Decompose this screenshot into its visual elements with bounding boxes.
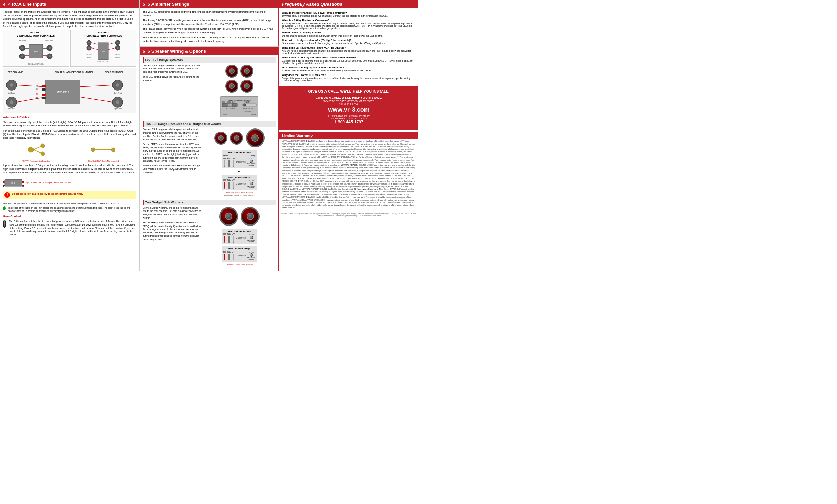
- give-us-call-box: GIVE US A CALL, WE'LL HELP YOU INSTALL. …: [279, 86, 418, 130]
- hpf-track: [224, 160, 225, 167]
- svg-text:Right Rear: Right Rear: [114, 108, 122, 110]
- svg-point-70: [30, 149, 32, 151]
- crossover-label-1: CROSSOVER: [236, 161, 246, 163]
- faq-title: Frequently Asked Questions: [279, 0, 418, 8]
- adaptors-text3: If your stereo does not have RCA type ou…: [3, 164, 136, 175]
- warning-icon: !: [4, 192, 10, 198]
- rear-knob-range: 0 +12db: [249, 180, 254, 182]
- adaptors-title: Adaptors & Cables: [3, 115, 136, 120]
- section1-intro: The line inputs on the front of the ampl…: [3, 10, 136, 28]
- faq-a2: A 3 Way Electronic Crossover divides the…: [282, 22, 415, 29]
- fig1-cable-label: Shielded RCA Cable: [4, 63, 68, 65]
- bridged-rear-title: Rear Channel Settings: [223, 247, 256, 250]
- svg-text:Right Channel: Right Channel: [45, 40, 53, 41]
- shielded-cable-svg: [91, 141, 115, 158]
- svg-text:0   +12db: 0 +12db: [244, 101, 250, 103]
- rear-full-label: FULL: [227, 179, 231, 181]
- two-bridged-visual: Front Channel Settings HPF FULL: [203, 206, 276, 266]
- figures-container: FIGURE 1 2 CHANNELS INTO 4 CHANNELS AMP: [3, 30, 136, 67]
- svg-text:AMP: AMP: [34, 50, 38, 52]
- bass-boost-knob: [250, 160, 253, 163]
- svg-rect-64: [42, 97, 46, 99]
- info-text: For Information and Technical Assistance…: [282, 115, 415, 117]
- high-low-svg: H→L: [3, 176, 24, 190]
- svg-text:LR: LR: [36, 88, 39, 90]
- b-lpf-label: LPF: [232, 233, 235, 235]
- four-full-range-section: Four Full Range Speakers Connect 4 full …: [143, 57, 276, 119]
- bridged-rear-switches: HPF FULL LPF: [223, 251, 256, 261]
- sub-woofer: [246, 128, 265, 147]
- section3-title: 6 6 Speaker Wiring & Options: [140, 47, 278, 55]
- two-bridged-text2: Set the FREQ. when the crossover is set …: [143, 221, 202, 241]
- gain-icon: [3, 220, 6, 228]
- full-track: [228, 160, 230, 167]
- svg-text:Right Rear: Right Rear: [115, 57, 120, 58]
- rca-y-visual: RCA "Y" Adaptors Not Included: [3, 141, 69, 162]
- svg-point-81: [113, 149, 114, 150]
- rear-settings-panel: Rear Channel Settings HPF FULL: [222, 175, 257, 191]
- faq-q1: What is the per channel RMS power of thi…: [282, 11, 415, 14]
- four-full-text: Connect 4 full range speakers to the amp…: [143, 64, 202, 119]
- hpf-slider: HPF: [223, 158, 226, 167]
- b-full: FULL: [227, 233, 231, 243]
- section3-heading: 6 Speaker Wiring & Options: [148, 49, 206, 54]
- two-bridged-text: Connect 2 sub woofers, one to the front …: [143, 206, 202, 266]
- hpf-label: HPF: [223, 158, 226, 160]
- faq-q7: Do I need a stiffening capacitor with th…: [282, 66, 415, 69]
- svg-point-27: [117, 42, 118, 44]
- svg-point-25: [88, 47, 90, 49]
- fig2-caption: 4 CHANNELS INTO 4 CHANNELS: [72, 34, 135, 38]
- crossover-label-2: CROSSOVER: [236, 183, 246, 185]
- faq-content: What is the per channel RMS power of thi…: [279, 8, 418, 84]
- svg-point-46: [10, 83, 13, 87]
- svg-line-59: [80, 85, 112, 87]
- section1-content: The line inputs on the front of the ampl…: [0, 8, 139, 240]
- svg-text:CROSSOVER: CROSSOVER: [225, 108, 235, 109]
- svg-text:(adjustable): (adjustable): [244, 110, 252, 112]
- svg-text:Left Channel: Left Channel: [19, 40, 26, 41]
- figure1-svg: AMP: [19, 38, 53, 62]
- b-full-track: [228, 236, 230, 243]
- rear-lpf-track: [233, 182, 234, 189]
- website-url[interactable]: www.vr-3.com: [282, 106, 415, 113]
- br-full: FULL: [227, 251, 231, 261]
- speaker2: [240, 65, 253, 78]
- stereo-label: Stereo: [223, 155, 228, 157]
- bridge-label: Bridge: [251, 155, 255, 157]
- rear-settings-title: Rear Channel Settings: [223, 176, 256, 179]
- two-bridged-section: Two Bridged Sub Woofers Connect 2 sub wo…: [143, 200, 276, 266]
- warranty-title: Limited Warranty: [279, 133, 418, 139]
- faq-q3: Why do I hear a clicking sound?: [282, 31, 415, 34]
- svg-point-49: [10, 100, 13, 104]
- four-full-text1: Connect 4 full range speakers to the amp…: [143, 64, 202, 74]
- tape-text: You must trim the unused speaker wires o…: [3, 201, 136, 205]
- rear-adjustable-label: (adjustable): [248, 187, 254, 189]
- please-text: PLEASE DO NOT RETURN PRODUCT TO STORE.: [282, 100, 415, 103]
- section2-num: 5: [143, 2, 145, 7]
- fig1-caption: 2 CHANNELS INTO 4 CHANNELS: [4, 34, 68, 38]
- fig2-label: FIGURE 2: [72, 31, 135, 35]
- two-bridged-row: Connect 2 sub woofers, one to the front …: [143, 206, 276, 266]
- section2-intro: The VRA 4.0 amplifier is capable of driv…: [143, 10, 276, 17]
- fig1-label: FIGURE 1: [4, 31, 68, 35]
- b-crossover-label: CROSSOVER: [236, 237, 246, 239]
- svg-rect-90: [222, 103, 227, 107]
- section1-heading: 4 RCA Line Inputs: [8, 2, 46, 7]
- svg-text:LEFT CHANNEL: LEFT CHANNEL: [6, 71, 24, 73]
- svg-text:AMPLIFIER: AMPLIFIER: [57, 91, 69, 93]
- svg-text:Right Front: Right Front: [115, 54, 120, 55]
- rear-hpf-slider: HPF: [223, 179, 226, 189]
- b-hpf: HPF: [223, 233, 226, 243]
- warranty-section: Limited Warranty VIRTUAL REALITY SOUND L…: [279, 132, 418, 211]
- br-full-label: FULL: [227, 251, 231, 253]
- br-hpf-track: [224, 254, 225, 260]
- section-speaker-wiring: 6 6 Speaker Wiring & Options Four Full R…: [140, 47, 279, 271]
- bass-boost-group: 0 +12db BASS BOOST (adjustable): [247, 158, 256, 167]
- br-hpf-label: HPF: [223, 251, 226, 253]
- rear-lpf-label: LPF: [232, 179, 235, 181]
- or-separator: or: [238, 170, 241, 173]
- faq-a1: 50 Watts RMS per channel times two chann…: [282, 15, 415, 17]
- svg-line-58: [17, 97, 46, 102]
- rear-lpf-slider: LPF: [232, 179, 235, 189]
- lpf-track: [233, 160, 234, 167]
